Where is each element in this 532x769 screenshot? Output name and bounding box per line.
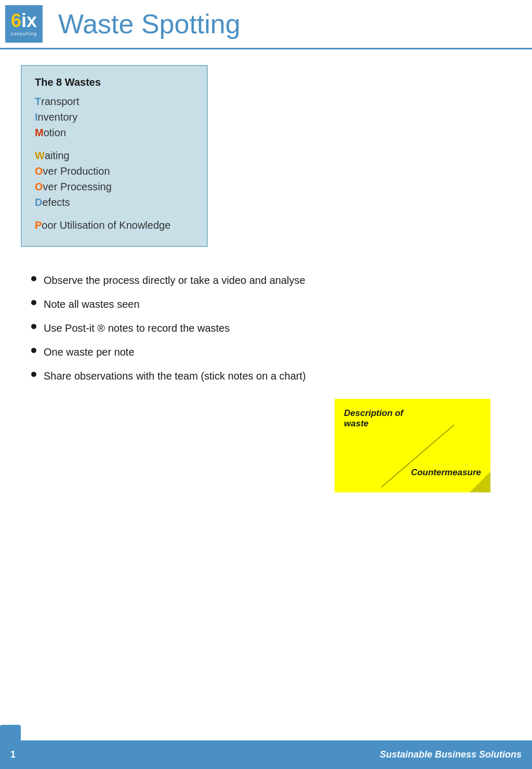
- header: 6ix consulting Waste Spotting: [0, 0, 532, 49]
- waste-group-2: Waiting Over Production Over Processing …: [35, 148, 194, 210]
- footer-page-number: 1: [10, 749, 16, 760]
- list-item: Observe the process directly or take a v…: [31, 273, 511, 288]
- footer-tagline: Sustainable Business Solutions: [380, 749, 522, 760]
- page-title: Waste Spotting: [58, 8, 241, 40]
- waste-item-transport: Transport: [35, 94, 194, 109]
- postit-description: Description ofwaste: [344, 408, 403, 429]
- postit-area: Description ofwaste Countermeasure: [21, 399, 511, 492]
- bullet-list: Observe the process directly or take a v…: [31, 273, 511, 383]
- bullet-dot: [31, 372, 36, 377]
- waste-item-over-production: Over Production: [35, 163, 194, 179]
- list-item: One waste per note: [31, 345, 511, 359]
- main-content: The 8 Wastes Transport Inventory Motion …: [0, 49, 532, 503]
- footer: 1 Sustainable Business Solutions: [0, 740, 532, 769]
- bullet-dot: [31, 324, 36, 329]
- waste-item-waiting: Waiting: [35, 148, 194, 163]
- waste-item-motion: Motion: [35, 125, 194, 140]
- list-item: Note all wastes seen: [31, 297, 511, 311]
- waste-box-title: The 8 Wastes: [35, 76, 194, 88]
- logo-consulting: consulting: [11, 31, 37, 36]
- list-item: Share observations with the team (stick …: [31, 369, 511, 383]
- postit-note: Description ofwaste Countermeasure: [335, 399, 490, 492]
- logo-box: 6ix consulting: [5, 5, 43, 43]
- footer-tab: [0, 725, 21, 740]
- logo-six: 6ix: [11, 11, 37, 30]
- waste-item-over-processing: Over Processing: [35, 179, 194, 194]
- waste-group-1: Transport Inventory Motion: [35, 94, 194, 140]
- bullet-dot: [31, 276, 36, 281]
- postit-countermeasure: Countermeasure: [411, 467, 481, 478]
- logo-area: 6ix consulting: [5, 5, 43, 43]
- waste-box: The 8 Wastes Transport Inventory Motion …: [21, 65, 208, 247]
- svg-line-0: [381, 425, 454, 487]
- waste-item-inventory: Inventory: [35, 109, 194, 125]
- waste-group-3: Poor Utilisation of Knowledge: [35, 217, 194, 233]
- bullet-dot: [31, 348, 36, 353]
- bullet-dot: [31, 300, 36, 305]
- waste-item-defects: Defects: [35, 194, 194, 210]
- list-item: Use Post-it ® notes to record the wastes: [31, 321, 511, 335]
- waste-item-knowledge: Poor Utilisation of Knowledge: [35, 217, 194, 233]
